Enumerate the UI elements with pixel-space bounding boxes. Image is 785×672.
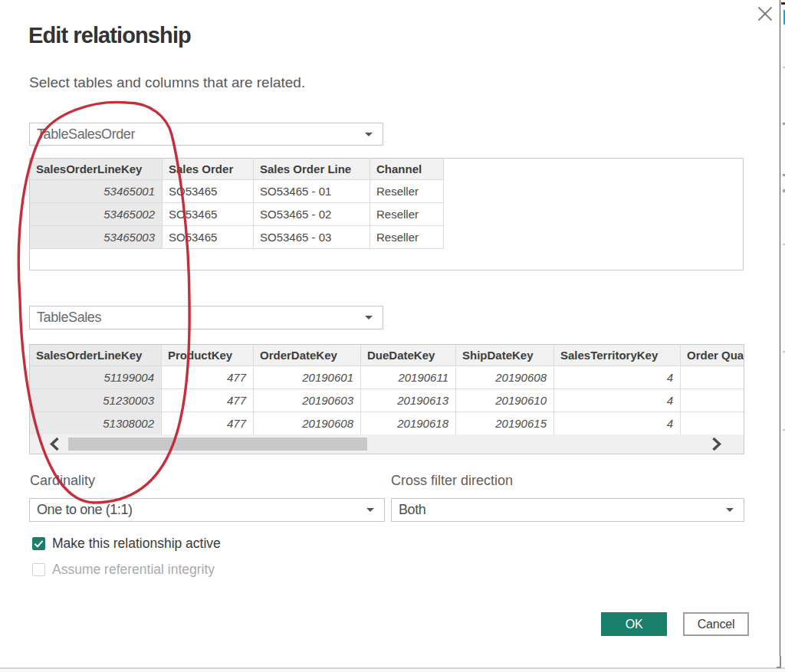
table2-col-OrderDateKey[interactable]: OrderDateKey	[254, 345, 361, 366]
table1-cell: SO53465	[163, 180, 254, 203]
table2-cell: 20190618	[361, 412, 456, 435]
table1-cell: Reseller	[370, 226, 444, 249]
table1-cell: SO53465 - 03	[254, 226, 370, 249]
table2-cell: 4	[554, 389, 681, 412]
close-icon[interactable]	[756, 5, 774, 23]
chevron-down-icon	[365, 133, 373, 136]
table2-cell: 20190608	[456, 366, 554, 389]
cardinality-select-value: One to one (1:1)	[37, 499, 133, 521]
table1-select[interactable]: TableSalesOrder	[29, 123, 383, 146]
assume-referential-integrity-label: Assume referential integrity	[52, 563, 215, 576]
cancel-button[interactable]: Cancel	[683, 612, 749, 636]
table1-col-Channel[interactable]: Channel	[370, 159, 444, 180]
table2-select[interactable]: TableSales	[29, 306, 383, 329]
table2-row: 513080024772019060820190618201906154	[30, 412, 744, 435]
table2-row: 512300034772019060320190613201906104	[30, 389, 744, 412]
table2-cell: 51230003	[30, 389, 162, 412]
table2-col-DueDateKey[interactable]: DueDateKey	[361, 345, 456, 366]
table2-cell: 51199004	[30, 366, 162, 389]
cardinality-label: Cardinality	[30, 473, 95, 489]
dialog-title: Edit relationship	[28, 23, 191, 48]
assume-referential-integrity-checkbox[interactable]	[32, 563, 45, 576]
table2-hscrollbar[interactable]	[30, 434, 744, 454]
cross-filter-select-value: Both	[399, 499, 425, 521]
table1-col-Sales Order Line[interactable]: Sales Order Line	[254, 159, 370, 180]
table1-cell: SO53465	[163, 226, 254, 249]
table1-row: 53465002SO53465SO53465 - 02Reseller	[30, 203, 743, 226]
scroll-left-icon[interactable]	[48, 437, 61, 451]
table2-cell: 477	[162, 389, 254, 412]
table1-cell: 53465003	[30, 226, 163, 249]
cardinality-select[interactable]: One to one (1:1)	[29, 498, 385, 522]
chevron-down-icon	[366, 508, 374, 512]
table2-select-value: TableSales	[37, 306, 101, 329]
dialog-subtitle: Select tables and columns that are relat…	[29, 74, 305, 91]
table2-cell: 20190610	[456, 389, 554, 412]
hscroll-thumb[interactable]	[68, 438, 367, 451]
ok-button[interactable]: OK	[601, 612, 667, 636]
table1-cell: 53465001	[30, 180, 163, 203]
table2-cell: 4	[554, 412, 681, 435]
table1-cell: SO53465 - 02	[254, 203, 370, 226]
table2-cell: 20190615	[456, 412, 554, 435]
make-relationship-active-label[interactable]: Make this relationship active	[52, 537, 221, 550]
table1-header-row: SalesOrderLineKeySales OrderSales Order …	[30, 159, 743, 180]
table2-cell: 477	[162, 366, 254, 389]
table1-cell: Reseller	[370, 180, 444, 203]
table2-cell: 20190608	[254, 412, 361, 435]
table2-col-Order Qua[interactable]: Order Qua	[681, 345, 744, 366]
table2-col-ProductKey[interactable]: ProductKey	[162, 345, 254, 366]
table2-preview: SalesOrderLineKeyProductKeyOrderDateKeyD…	[29, 344, 744, 454]
checkmark-icon	[32, 537, 45, 550]
table1-row: 53465001SO53465SO53465 - 01Reseller	[30, 180, 743, 203]
table2-cell: 20190601	[254, 366, 361, 389]
make-relationship-active-checkbox[interactable]	[32, 537, 45, 550]
table2-header-row: SalesOrderLineKeyProductKeyOrderDateKeyD…	[30, 345, 744, 366]
table2-col-SalesOrderLineKey[interactable]: SalesOrderLineKey	[30, 345, 162, 366]
cross-filter-direction-label: Cross filter direction	[391, 473, 513, 489]
table1-cell: SO53465	[163, 203, 254, 226]
table2-cell: 20190603	[254, 389, 361, 412]
table2-cell	[681, 412, 744, 435]
window-top-edge-mark	[781, 2, 785, 5]
window-bottom-edge	[0, 667, 785, 672]
table1-row: 53465003SO53465SO53465 - 03Reseller	[30, 226, 743, 249]
scroll-right-icon[interactable]	[711, 437, 723, 451]
table2-col-SalesTerritoryKey[interactable]: SalesTerritoryKey	[554, 345, 681, 366]
table2-cell: 20190613	[361, 389, 456, 412]
table1-col-SalesOrderLineKey[interactable]: SalesOrderLineKey	[30, 159, 163, 180]
table1-col-Sales Order[interactable]: Sales Order	[163, 159, 254, 180]
table2-row: 511990044772019060120190611201906084	[30, 366, 744, 389]
table2-cell: 51308002	[30, 412, 162, 435]
table2-cell	[681, 389, 744, 412]
window-corner-mark	[777, 656, 781, 668]
window-right-edge	[780, 0, 785, 661]
cross-filter-direction-select[interactable]: Both	[391, 498, 744, 522]
chevron-down-icon	[726, 508, 734, 512]
table2-cell: 4	[554, 366, 681, 389]
chevron-down-icon	[365, 316, 373, 320]
table2-cell: 20190611	[361, 366, 456, 389]
table2-cell: 477	[162, 412, 254, 435]
table2-cell	[681, 366, 744, 389]
table1-cell: SO53465 - 01	[254, 180, 370, 203]
table1-cell: 53465002	[30, 203, 163, 226]
table1-select-value: TableSalesOrder	[37, 123, 135, 146]
table1-cell: Reseller	[370, 203, 444, 226]
table2-col-ShipDateKey[interactable]: ShipDateKey	[456, 345, 554, 366]
table1-preview: SalesOrderLineKeySales OrderSales Order …	[29, 158, 744, 270]
